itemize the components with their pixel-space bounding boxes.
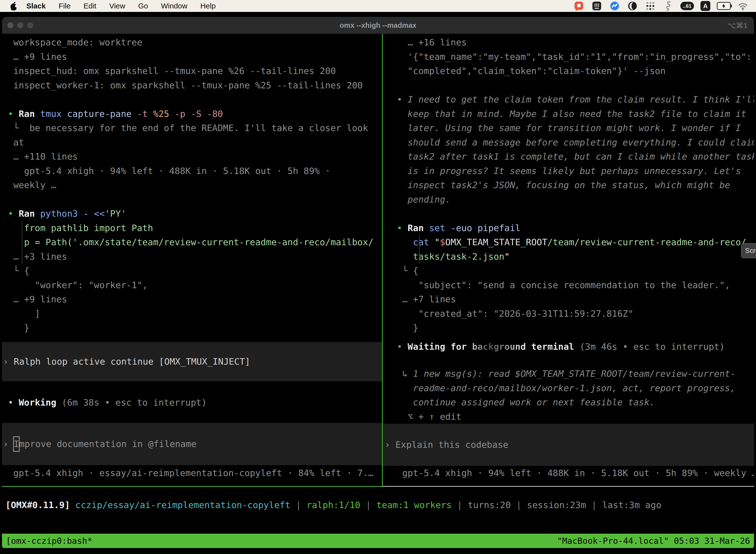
battery-icon[interactable]: [717, 2, 731, 10]
screen-share-overlay[interactable]: Scre: [741, 243, 756, 258]
keyboard-icon[interactable]: [591, 0, 603, 12]
menu-item-edit[interactable]: Edit: [77, 2, 103, 10]
segment-dim: gpt-5.4 xhigh · essay/ai-reimplementatio…: [8, 468, 374, 478]
terminal-line: should send a message before completing …: [397, 135, 754, 150]
terminal-line: continue assigned work or next feasible …: [397, 395, 754, 409]
prompt-band[interactable]: › Ralph loop active continue [OMX_TMUX_I…: [2, 342, 382, 381]
prompt-band[interactable]: › Improve documentation in @filename: [2, 423, 382, 465]
segment-white: ": [435, 237, 440, 247]
segment-think: later. Using the same for transition mig…: [397, 123, 741, 133]
count-badge-icon[interactable]: ..61: [680, 2, 694, 10]
display-contrast-icon[interactable]: [627, 0, 638, 12]
left-terminal-pane[interactable]: workspace_mode: worktree … +9 lines insp…: [2, 34, 382, 486]
segment-dim: mprove documentation in @filename: [19, 437, 196, 451]
menu-app-name[interactable]: Slack: [18, 2, 52, 10]
segment-prompt: ›: [3, 437, 14, 451]
tmux-host-clock-label: "MacBook-Pro-44.local" 05:03 31-Mar-26: [557, 536, 750, 546]
segment-think: task2 after task1 is complete, but can I…: [397, 151, 754, 162]
segment-blue: <<: [94, 209, 105, 219]
terminal-line: "subject": "send a concise recommendatio…: [397, 278, 754, 292]
segment-prompt: ›: [3, 354, 14, 369]
segment-cyan: cczip/essay/ai-reimplementation-copyleft: [75, 500, 296, 510]
screen-share-overlay-label: Scre: [745, 247, 756, 255]
segment-blue: tmux: [40, 109, 67, 119]
segment-dim: "created_at": "2026-03-31T11:59:27.816Z": [397, 309, 633, 319]
menu-item-go[interactable]: Go: [132, 2, 154, 10]
dragon-icon[interactable]: [663, 0, 674, 12]
menu-item-file[interactable]: File: [52, 2, 77, 10]
zoom-button[interactable]: [27, 22, 33, 28]
segment-think: pending.: [397, 195, 451, 205]
terminal-line: inspect_hud: omx sparkshell --tmux-pane …: [8, 64, 382, 78]
dots-grid-icon[interactable]: [645, 0, 656, 12]
terminal-line: … +16 lines: [397, 35, 754, 50]
segment-gbullet: •: [8, 209, 19, 219]
tmux-status-bar: [omx-cczip0:bash* "MacBook-Pro-44.local"…: [2, 534, 754, 548]
wifi-icon[interactable]: [737, 0, 749, 12]
segment-think: readme-and-reco/mailbox/worker-1.json, a…: [397, 383, 736, 393]
terminal-line: pending.: [397, 192, 754, 207]
terminal-line: ]: [8, 307, 382, 321]
segment-gbullet: •: [397, 223, 407, 233]
close-button[interactable]: [7, 22, 13, 28]
terminal-line: • Ran python3 - <<'PY': [8, 207, 382, 221]
spacer: [8, 192, 382, 207]
segment-pink: -p: [175, 109, 191, 119]
segment-dim: … +7 lines: [397, 294, 456, 304]
terminal-line: }: [397, 321, 754, 335]
segment-dim: inspect_worker-1: omx sparkshell --tmux-…: [8, 80, 363, 90]
segment-dim: gpt-5.4 xhigh · 94% left · 488K in · 5.1…: [397, 468, 754, 478]
window-shortcut-label: ⌥⌘1: [728, 21, 748, 30]
terminal-line: is in progress? It seems likely but perh…: [397, 164, 754, 178]
segment-sgreen: team:1 workers: [377, 500, 457, 510]
segment-dim: }: [397, 323, 419, 333]
terminal-line: └ {: [397, 264, 754, 278]
segment-dim: (6m 38s • esc to interrupt): [62, 397, 207, 407]
terminal-panes: workspace_mode: worktree … +9 lines insp…: [2, 34, 754, 486]
menu-item-help[interactable]: Help: [194, 2, 222, 10]
prompt-band[interactable]: › Explain this codebase: [383, 424, 754, 466]
pane-divider[interactable]: [382, 34, 383, 487]
terminal-line: cat "$OMX_TEAM_STATE_ROOT/team/review-cu…: [397, 235, 754, 250]
segment-prompt: ›: [385, 438, 395, 452]
segment-boldwhite: Ran: [19, 109, 40, 119]
segment-gbullet: •: [8, 109, 19, 119]
tmux-session-label[interactable]: [omx-cczip0:bash*: [6, 536, 92, 546]
segment-dim: inspect_hud: omx sparkshell --tmux-pane …: [8, 66, 336, 76]
terminal-line: … +9 lines: [8, 292, 382, 307]
minimize-button[interactable]: [17, 22, 23, 28]
menu-item-view[interactable]: View: [103, 2, 131, 10]
terminal-line: ↳ 1 new msg(s): read $OMX_TEAM_STATE_ROO…: [397, 367, 754, 381]
right-terminal-pane[interactable]: … +16 lines '{"team_name":"my-team","tas…: [383, 34, 754, 486]
terminal-line: }: [8, 321, 382, 335]
spacer: [397, 207, 754, 221]
segment-dbullet: •: [397, 341, 407, 352]
terminal-line: • Waiting for background terminal (3m 46…: [397, 340, 754, 354]
window-titlebar[interactable]: omx --xhigh --madmax ⌥⌘1: [2, 17, 754, 34]
terminal-line: • Working (6m 38s • esc to interrupt): [8, 395, 382, 410]
menu-bar: Slack FileEditViewGoWindowHelp: [0, 0, 756, 12]
segment-dim: }: [8, 323, 29, 333]
segment-think: should send a message before completing …: [397, 137, 754, 148]
left-pane-bottom-border: [2, 486, 383, 487]
segment-dim: … +9 lines: [8, 52, 67, 62]
screen-record-icon[interactable]: [573, 0, 585, 12]
input-source-icon[interactable]: A: [700, 1, 710, 11]
spacer: [397, 78, 754, 93]
terminal-window: omx --xhigh --madmax ⌥⌘1 workspace_mode:…: [2, 17, 754, 550]
segment-think: continue assigned work or next feasible …: [397, 397, 655, 407]
segment-dim: ]: [8, 309, 40, 319]
segment-white: ": [504, 252, 510, 262]
segment-sep: |: [591, 500, 602, 510]
desktop: { "menu_bar": { "app_name": "Slack", "it…: [0, 0, 756, 554]
terminal-line: ⌥ + ↑ edit: [397, 409, 754, 424]
messenger-icon[interactable]: [609, 0, 620, 12]
segment-pink: -80: [207, 109, 223, 119]
segment-think: inspect task2's JSON, focusing on the st…: [397, 180, 730, 190]
right-pane-bottom-border: [383, 486, 754, 487]
segment-wbullet: •: [8, 397, 19, 407]
segment-dim: session:23m: [527, 500, 591, 510]
apple-menu-icon[interactable]: [9, 1, 18, 11]
menu-item-window[interactable]: Window: [154, 2, 194, 10]
segment-boldwhite: [OMX#0.11.9]: [5, 500, 75, 510]
